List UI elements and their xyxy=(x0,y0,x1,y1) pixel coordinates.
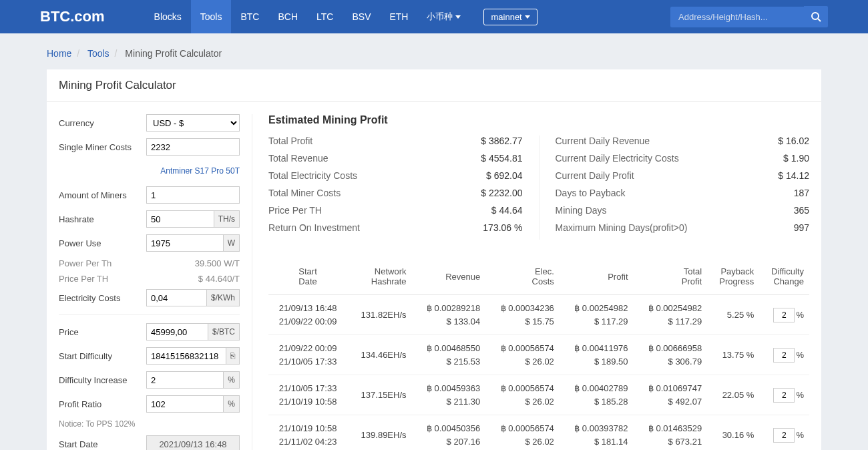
profit-ratio-label: Profit Ratio xyxy=(59,399,146,409)
breadcrumb-home[interactable]: Home xyxy=(47,48,71,59)
table-header: Elec.Costs xyxy=(485,258,560,295)
elec-unit: $/KWh xyxy=(206,290,239,306)
chevron-down-icon xyxy=(455,15,461,19)
results-table: StartDateNetworkHashrateRevenueElec.Cost… xyxy=(268,258,809,450)
svg-line-1 xyxy=(818,19,821,21)
nav-ltc[interactable]: LTC xyxy=(307,0,343,33)
chevron-down-icon xyxy=(525,15,530,19)
diff-inc-input[interactable] xyxy=(147,372,223,388)
currency-label: Currency xyxy=(59,118,146,128)
price-per-th-value: $ 44.640/T xyxy=(198,274,240,284)
summary-label: Current Daily Profit xyxy=(556,170,779,181)
power-label: Power Use xyxy=(59,238,146,248)
miner-costs-label: Single Miner Costs xyxy=(59,142,146,152)
nav-bch[interactable]: BCH xyxy=(268,0,307,33)
table-row: 21/09/22 00:0921/10/05 17:33134.46EH/s฿ … xyxy=(268,335,809,375)
search-button[interactable] xyxy=(804,6,828,27)
price-input[interactable] xyxy=(147,324,208,340)
summary-label: Total Electricity Costs xyxy=(268,170,486,181)
summary-label: Return On Investment xyxy=(268,222,483,233)
summary-value: $ 14.12 xyxy=(778,170,809,181)
hashrate-unit: TH/s xyxy=(214,211,239,227)
page-title: Mining Profit Calculator xyxy=(47,69,821,102)
lock-icon[interactable]: ⎘ xyxy=(226,348,239,364)
summary-label: Mining Days xyxy=(556,205,794,216)
summary-label: Total Miner Costs xyxy=(268,188,481,198)
summary-value: $ 1.90 xyxy=(783,153,809,164)
summary-label: Total Revenue xyxy=(268,153,481,164)
summary-title: Estimated Mining Profit xyxy=(268,114,809,126)
summary-value: $ 44.64 xyxy=(491,205,523,216)
nav-btc[interactable]: BTC xyxy=(231,0,268,33)
network-selector[interactable]: mainnet xyxy=(483,9,537,25)
difficulty-change-input[interactable] xyxy=(773,388,795,403)
table-header: Revenue xyxy=(412,258,486,295)
breadcrumb-tools[interactable]: Tools xyxy=(87,48,110,59)
table-header: DifficultyChange xyxy=(759,258,809,295)
miner-costs-input[interactable] xyxy=(147,139,239,155)
price-label: Price xyxy=(59,327,146,337)
summary-value: 173.06 % xyxy=(483,222,522,233)
summary-label: Maximum Mining Days(profit>0) xyxy=(556,222,794,233)
summary-value: 187 xyxy=(794,188,809,198)
breadcrumb: Home/ Tools/ Mining Profit Calculator xyxy=(47,33,821,69)
profit-ratio-input[interactable] xyxy=(147,396,223,412)
table-row: 21/10/19 10:5821/11/02 04:23139.89EH/s฿ … xyxy=(268,415,809,451)
power-per-th-label: Power Per Th xyxy=(59,258,195,268)
table-header: PaybackProgress xyxy=(707,258,759,295)
price-per-th-label: Price Per TH xyxy=(59,274,198,284)
summary-label: Current Daily Revenue xyxy=(556,136,779,146)
table-header: TotalProfit xyxy=(634,258,708,295)
main-content: Estimated Mining Profit Total Profit$ 38… xyxy=(268,114,809,450)
summary-value: $ 4554.81 xyxy=(481,153,522,164)
miner-model-link[interactable]: Antminer S17 Pro 50T xyxy=(160,166,240,176)
diff-inc-label: Difficulty Increase xyxy=(59,375,146,385)
main-nav: Blocks Tools BTC BCH LTC BSV ETH 小币种 mai… xyxy=(145,0,537,33)
table-header: StartDate xyxy=(268,258,347,295)
elec-input[interactable] xyxy=(147,290,206,306)
summary-label: Days to Payback xyxy=(556,188,794,198)
summary-value: $ 692.04 xyxy=(486,170,523,181)
summary-label: Current Daily Electricity Costs xyxy=(556,153,784,164)
summary-value: $ 16.02 xyxy=(778,136,809,146)
summary-label: Price Per TH xyxy=(268,205,491,216)
summary-value: 365 xyxy=(794,205,809,216)
start-date-label: Start Date xyxy=(59,439,146,449)
table-row: 21/09/13 16:4821/09/22 00:09131.82EH/s฿ … xyxy=(268,295,809,335)
summary-value: 997 xyxy=(794,222,809,233)
difficulty-change-input[interactable] xyxy=(773,348,795,363)
notice-text: Notice: To PPS 102% xyxy=(59,419,240,429)
form-sidebar: CurrencyUSD - $ Single Miner Costs Antmi… xyxy=(59,114,252,450)
table-header: NetworkHashrate xyxy=(347,258,411,295)
currency-select[interactable]: USD - $ xyxy=(146,114,240,132)
nav-altcoins[interactable]: 小币种 xyxy=(417,0,470,33)
nav-blocks[interactable]: Blocks xyxy=(145,0,191,33)
summary-value: $ 2232.00 xyxy=(481,188,522,198)
amount-input[interactable] xyxy=(147,187,239,203)
table-row: 21/10/05 17:3321/10/19 10:58137.15EH/s฿ … xyxy=(268,375,809,415)
hashrate-input[interactable] xyxy=(147,211,214,227)
svg-point-0 xyxy=(812,13,819,19)
power-per-th-value: 39.500 W/T xyxy=(195,258,240,268)
nav-tools[interactable]: Tools xyxy=(191,0,232,33)
summary-label: Total Profit xyxy=(268,136,481,146)
hashrate-label: Hashrate xyxy=(59,214,146,224)
difficulty-change-input[interactable] xyxy=(773,428,795,443)
elec-label: Electricity Costs xyxy=(59,293,146,303)
power-unit: W xyxy=(223,235,239,251)
nav-eth[interactable]: ETH xyxy=(380,0,417,33)
difficulty-change-input[interactable] xyxy=(773,308,795,322)
breadcrumb-current: Mining Profit Calculator xyxy=(125,48,222,59)
price-unit: $/BTC xyxy=(208,324,239,340)
table-header: Profit xyxy=(560,258,634,295)
start-date-input[interactable] xyxy=(146,435,240,450)
amount-label: Amount of Miners xyxy=(59,190,146,200)
power-input[interactable] xyxy=(147,235,223,251)
summary-value: $ 3862.77 xyxy=(481,136,522,146)
logo[interactable]: BTC.com xyxy=(40,8,105,25)
search-icon xyxy=(811,11,821,22)
diff-input[interactable] xyxy=(147,348,226,364)
nav-bsv[interactable]: BSV xyxy=(343,0,380,33)
diff-label: Start Difficulty xyxy=(59,351,146,361)
search-input[interactable] xyxy=(670,7,804,27)
